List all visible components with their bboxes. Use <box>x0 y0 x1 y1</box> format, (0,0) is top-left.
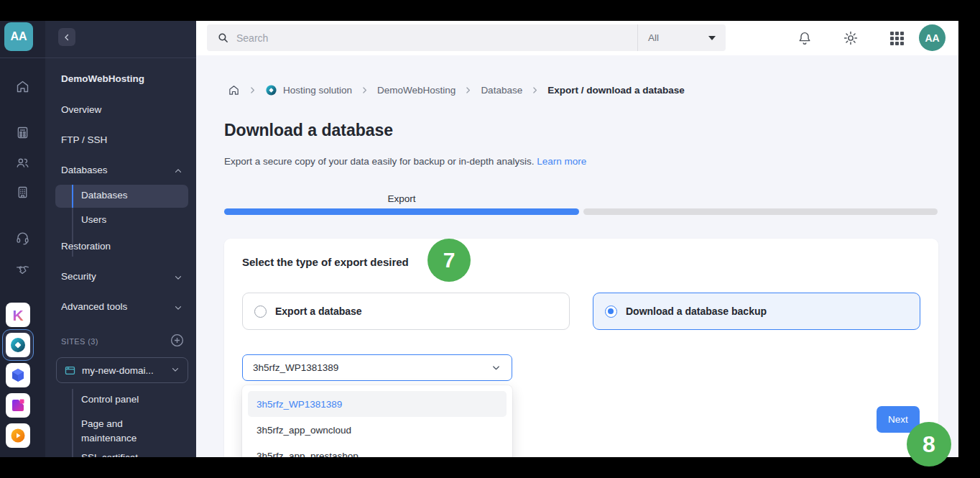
progress-bar-active <box>224 208 579 215</box>
letterbox-right <box>958 0 980 478</box>
sidebar-icon-rail: AA K <box>0 21 45 478</box>
building-icon[interactable] <box>0 185 45 202</box>
gear-icon[interactable] <box>843 30 859 46</box>
sites-section-label: SITES (3) <box>61 337 98 346</box>
bell-icon[interactable] <box>797 30 813 46</box>
home-icon[interactable] <box>0 79 45 96</box>
dropdown-item[interactable]: 3h5rfz_WP1381389 <box>248 391 507 417</box>
breadcrumb-hosting-solution[interactable]: Hosting solution <box>265 84 352 96</box>
search-icon <box>217 32 229 44</box>
page-subtitle-text: Export a secure copy of your data easily… <box>224 156 534 167</box>
cube-app-icon[interactable] <box>6 363 30 387</box>
active-indicator <box>72 185 73 208</box>
back-chevron-icon <box>62 32 72 42</box>
option-export-database[interactable]: Export a database <box>242 293 570 330</box>
export-options-card: Select the type of export desired 7 Expo… <box>224 239 938 478</box>
tutorial-step-8-badge: 8 <box>907 422 951 466</box>
chevron-down-icon[interactable] <box>173 303 183 315</box>
step-label-export: Export <box>224 193 579 204</box>
breadcrumb-link: Hosting solution <box>283 85 352 96</box>
sidebar-item-databases-sub[interactable]: Databases <box>81 190 128 201</box>
sidebar-item-control-panel[interactable]: Control panel <box>81 394 139 405</box>
main-content: All AA Hosting solution <box>196 21 958 478</box>
letterbox-top <box>0 0 980 21</box>
chevron-right-icon <box>463 86 473 95</box>
users-icon[interactable] <box>0 155 45 173</box>
user-avatar[interactable]: AA <box>919 24 946 51</box>
letterbox-bottom <box>0 457 980 478</box>
breadcrumb-demowebhosting[interactable]: DemoWebHosting <box>377 85 456 96</box>
search-scope-select[interactable]: All <box>638 24 726 51</box>
caret-down-icon <box>708 36 716 40</box>
chevron-down-icon[interactable] <box>173 272 183 285</box>
sidebar-item-ftp-ssh[interactable]: FTP / SSH <box>61 134 107 145</box>
plus-circle-icon <box>170 333 185 348</box>
sidebar-menu: DemoWebHosting Overview FTP / SSH Databa… <box>45 21 196 478</box>
site-selector[interactable]: my-new-domai... <box>56 357 188 383</box>
selected-site-name: my-new-domai... <box>82 365 154 376</box>
chevron-right-icon <box>248 86 257 95</box>
sidebar-item-security[interactable]: Security <box>61 271 96 282</box>
progress-bar-track <box>583 208 938 215</box>
topbar: All AA <box>196 21 958 55</box>
sidebar-item-databases-group[interactable]: Databases <box>61 165 108 175</box>
search-scope-value: All <box>648 32 659 43</box>
video-app-icon[interactable] <box>6 423 30 448</box>
dropdown-item[interactable]: 3h5rfz_app_owncloud <box>248 417 507 443</box>
page-subtitle: Export a secure copy of your data easily… <box>224 156 586 167</box>
hosting-app-icon[interactable] <box>6 333 30 357</box>
sidebar-item-overview[interactable]: Overview <box>61 104 101 115</box>
sidebar-item-users[interactable]: Users <box>81 214 106 225</box>
hosting-app-icon <box>265 84 277 96</box>
k-app-icon[interactable]: K <box>6 303 30 327</box>
breadcrumb: Hosting solution DemoWebHosting Database… <box>228 84 685 96</box>
card-heading: Select the type of export desired <box>242 256 409 268</box>
option-download-backup[interactable]: Download a database backup <box>593 293 920 330</box>
search-input[interactable] <box>236 32 637 44</box>
calculator-icon[interactable] <box>0 125 45 142</box>
breadcrumb-home-icon[interactable] <box>228 84 240 96</box>
search-bar: All <box>207 24 726 51</box>
page-title: Download a database <box>224 121 393 140</box>
chevron-right-icon <box>360 86 369 95</box>
learn-more-link[interactable]: Learn more <box>537 156 586 167</box>
option-label: Download a database backup <box>626 305 767 317</box>
radio-selected-icon[interactable] <box>605 305 617 318</box>
handshake-icon[interactable] <box>0 262 45 279</box>
sidebar-account-title: DemoWebHosting <box>61 73 144 84</box>
add-site-button[interactable] <box>170 333 185 350</box>
chevron-down-icon <box>170 364 180 377</box>
sidebar-divider <box>0 58 196 58</box>
chevron-down-icon <box>491 362 501 373</box>
chevron-up-icon[interactable] <box>173 166 183 178</box>
sidebar-item-advanced-tools[interactable]: Advanced tools <box>61 301 127 312</box>
tutorial-step-7-badge: 7 <box>427 239 471 282</box>
app-window: AA K <box>0 0 980 478</box>
option-label: Export a database <box>275 305 362 317</box>
workspace-avatar[interactable]: AA <box>4 22 33 51</box>
radio-unselected-icon[interactable] <box>254 305 267 318</box>
database-select-value: 3h5rfz_WP1381389 <box>253 362 338 373</box>
site-browser-icon <box>64 364 76 377</box>
chevron-right-icon <box>530 86 540 95</box>
headset-icon[interactable] <box>0 231 45 248</box>
database-select[interactable]: 3h5rfz_WP1381389 <box>242 354 512 381</box>
apps-grid-icon[interactable] <box>890 32 904 45</box>
sidebar-item-page-maintenance[interactable]: Page and maintenance <box>81 417 175 446</box>
sidebar-item-restoration[interactable]: Restoration <box>61 241 111 252</box>
collapse-sidebar-button[interactable] <box>58 28 75 46</box>
breadcrumb-current: Export / download a database <box>547 85 685 96</box>
media-app-icon[interactable] <box>6 393 30 418</box>
sidebar-item-databases-active[interactable]: Databases <box>55 185 188 208</box>
breadcrumb-database[interactable]: Database <box>481 85 522 96</box>
